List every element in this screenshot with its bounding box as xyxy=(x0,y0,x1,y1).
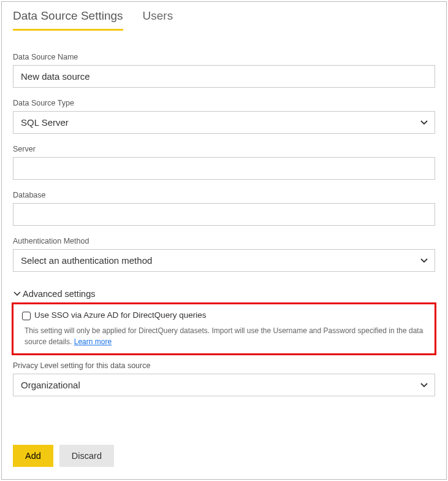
authentication-method-value: Select an authentication method xyxy=(13,249,435,272)
tab-data-source-settings[interactable]: Data Source Settings xyxy=(13,9,123,31)
data-source-type-label: Data Source Type xyxy=(13,99,435,107)
add-button[interactable]: Add xyxy=(13,445,53,467)
data-source-name-label: Data Source Name xyxy=(13,53,435,61)
sso-checkbox[interactable] xyxy=(22,312,31,320)
sso-checkbox-label: Use SSO via Azure AD for DirectQuery que… xyxy=(34,310,207,320)
footer-buttons: Add Discard xyxy=(13,445,114,467)
data-source-settings-panel: Data Source Settings Users Data Source N… xyxy=(1,1,447,480)
sso-highlight-box: Use SSO via Azure AD for DirectQuery que… xyxy=(12,302,436,355)
sso-help-text: This setting will only be applied for Di… xyxy=(22,325,426,347)
data-source-type-select[interactable]: SQL Server xyxy=(13,111,435,134)
tab-users[interactable]: Users xyxy=(143,9,173,31)
privacy-level-label: Privacy Level setting for this data sour… xyxy=(13,361,435,370)
learn-more-link[interactable]: Learn more xyxy=(74,337,112,346)
server-label: Server xyxy=(13,145,435,153)
advanced-settings-toggle[interactable]: Advanced settings xyxy=(13,289,435,299)
data-source-type-value: SQL Server xyxy=(13,111,435,134)
sso-checkbox-row: Use SSO via Azure AD for DirectQuery que… xyxy=(22,310,426,320)
authentication-method-select[interactable]: Select an authentication method xyxy=(13,249,435,272)
database-input[interactable] xyxy=(13,203,435,226)
advanced-settings-label: Advanced settings xyxy=(23,289,96,299)
chevron-down-icon xyxy=(13,291,21,297)
data-source-name-input[interactable] xyxy=(13,65,435,88)
privacy-level-value: Organizational xyxy=(13,374,435,396)
privacy-level-select[interactable]: Organizational xyxy=(13,374,435,396)
tab-bar: Data Source Settings Users xyxy=(2,2,446,31)
authentication-method-label: Authentication Method xyxy=(13,237,435,245)
database-label: Database xyxy=(13,191,435,199)
server-input[interactable] xyxy=(13,157,435,180)
form-area: Data Source Name Data Source Type SQL Se… xyxy=(2,31,446,396)
discard-button[interactable]: Discard xyxy=(59,445,114,467)
